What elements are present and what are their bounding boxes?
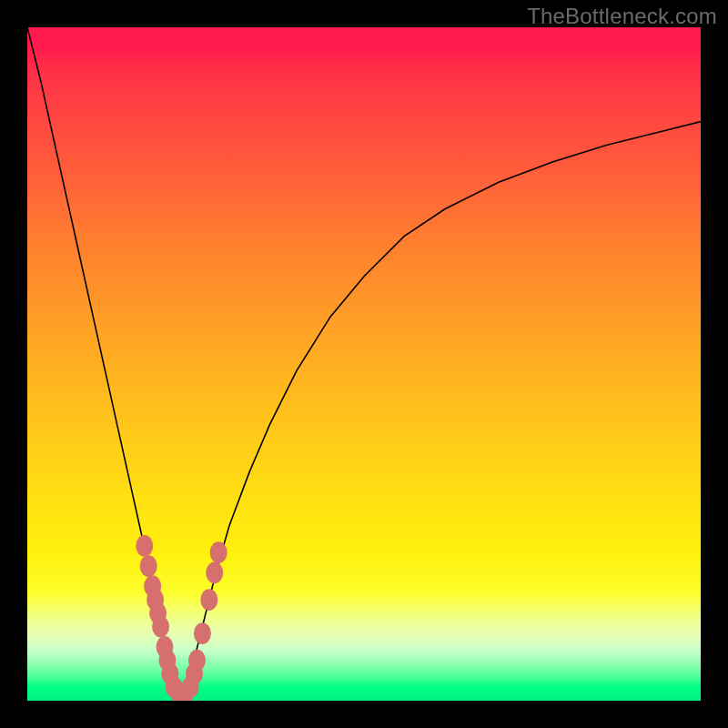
outer-frame: TheBottleneck.com xyxy=(0,0,728,728)
chart-svg xyxy=(27,27,701,701)
marker-point xyxy=(152,616,169,638)
marker-point xyxy=(194,622,211,644)
marker-point xyxy=(188,650,206,672)
marker-point xyxy=(210,541,228,563)
plot-area xyxy=(27,27,701,701)
marker-point xyxy=(136,535,153,557)
marker-point xyxy=(200,589,217,611)
watermark-text: TheBottleneck.com xyxy=(527,4,717,29)
markers-group xyxy=(136,535,227,701)
marker-point xyxy=(140,555,157,577)
right-branch-curve xyxy=(182,122,701,701)
marker-point xyxy=(206,562,223,584)
